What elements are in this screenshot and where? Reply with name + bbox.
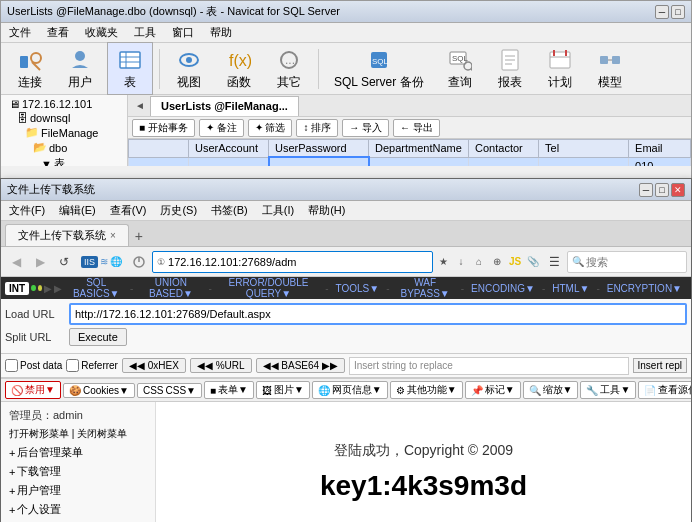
tools-btn2[interactable]: 🔧 工具▼ <box>580 381 636 399</box>
hex-btn[interactable]: ◀◀ 0xHEX <box>122 358 186 373</box>
toolbar-query[interactable]: SQL 查询 <box>437 42 483 95</box>
int-error-query[interactable]: ERROR/DOUBLE QUERY▼ <box>214 276 323 300</box>
sidebar-item-tables[interactable]: ▼ 表 <box>1 155 127 166</box>
referrer-checkbox[interactable] <box>66 359 79 372</box>
refresh-icon[interactable]: ⊕ <box>489 254 505 270</box>
toolbar-connect[interactable]: 连接 <box>7 42 53 95</box>
browser-menu-history[interactable]: 历史(S) <box>156 202 201 219</box>
toolbar-report[interactable]: 报表 <box>487 42 533 95</box>
sidebar-item-server[interactable]: 🖥 172.16.12.101 <box>1 97 127 111</box>
search-input[interactable] <box>586 256 682 268</box>
browser-menu-edit[interactable]: 编辑(E) <box>55 202 100 219</box>
toolbar-func[interactable]: f(x) 函数 <box>216 42 262 95</box>
table-row[interactable]: ▶ 1 admin asdadwn_d2112 admin admin 010-… <box>129 157 691 166</box>
browser-menu-file[interactable]: 文件(F) <box>5 202 49 219</box>
css-btn[interactable]: CSS CSS▼ <box>137 383 202 398</box>
download-icon[interactable]: ↓ <box>453 254 469 270</box>
toolbar-other[interactable]: ... 其它 <box>266 42 312 95</box>
sidebar-personal[interactable]: + 个人设置 <box>1 500 155 519</box>
back-button[interactable]: ◀ <box>5 251 27 273</box>
menu-tools[interactable]: 工具 <box>130 24 160 41</box>
navicat-tab-userlists[interactable]: UserLists @FileManag... <box>150 96 299 116</box>
browser-close-button[interactable]: ✕ <box>671 183 685 197</box>
int-sql-basics[interactable]: SQL BASICS▼ <box>64 276 128 300</box>
col-header-deptname: DepartmentName <box>369 140 469 158</box>
post-data-check[interactable]: Post data <box>5 359 62 372</box>
btn-sort[interactable]: ↕ 排序 <box>296 119 338 137</box>
menu-file[interactable]: 文件 <box>5 24 35 41</box>
toolbar-table[interactable]: 表 <box>107 42 153 95</box>
navicat-tab-label: UserLists @FileManag... <box>161 100 288 112</box>
int-encryption[interactable]: ENCRYPTION▼ <box>602 282 687 295</box>
menu-help[interactable]: 帮助 <box>206 24 236 41</box>
mark-btn[interactable]: 📌 标记▼ <box>465 381 521 399</box>
reload-button[interactable]: ↺ <box>53 251 75 273</box>
menu-window[interactable]: 窗口 <box>168 24 198 41</box>
forward-button[interactable]: ▶ <box>29 251 51 273</box>
attachment-icon[interactable]: 📎 <box>525 254 541 270</box>
other-func-btn[interactable]: ⚙ 其他功能▼ <box>390 381 463 399</box>
bookmark-star-icon[interactable]: ★ <box>435 254 451 270</box>
int-union-based[interactable]: UNION BASED▼ <box>135 276 206 300</box>
sidebar-toggle-tree[interactable]: 打开树形菜单 | 关闭树菜单 <box>1 425 155 443</box>
browser-tab-main[interactable]: 文件上传下载系统 × <box>5 224 129 246</box>
pageinfo-btn[interactable]: 🌐 网页信息▼ <box>312 381 388 399</box>
sidebar-item-downsql[interactable]: 🗄 downsql <box>1 111 127 125</box>
toolbar-view[interactable]: 视图 <box>166 42 212 95</box>
browser-new-tab[interactable]: + <box>129 226 149 246</box>
btn-begin-transaction[interactable]: ■ 开始事务 <box>132 119 195 137</box>
btn-export[interactable]: ← 导出 <box>393 119 440 137</box>
menu-expand-button[interactable]: ☰ <box>543 251 565 273</box>
menu-favorites[interactable]: 收藏夹 <box>81 24 122 41</box>
browser-tab-close[interactable]: × <box>110 230 116 241</box>
sidebar-item-dbo[interactable]: 📂 dbo <box>1 140 127 155</box>
btn-备注[interactable]: ✦ 备注 <box>199 119 244 137</box>
post-data-checkbox[interactable] <box>5 359 18 372</box>
maximize-button[interactable]: □ <box>671 5 685 19</box>
btn-filter[interactable]: ✦ 筛选 <box>248 119 293 137</box>
int-waf-bypass[interactable]: WAF BYPASS▼ <box>392 276 459 300</box>
int-encoding[interactable]: ENCODING▼ <box>466 282 540 295</box>
sidebar-download[interactable]: + 下载管理 <box>1 462 155 481</box>
view-source-btn[interactable]: 📄 查看源代码▼ <box>638 381 691 399</box>
btn-import[interactable]: → 导入 <box>342 119 389 137</box>
toolbar-plan[interactable]: 计划 <box>537 42 583 95</box>
sidebar-admin-menu[interactable]: + 后台管理菜单 <box>1 443 155 462</box>
pct-url-btn[interactable]: ◀◀ %URL <box>190 358 252 373</box>
load-url-label[interactable]: Load URL <box>5 308 65 320</box>
int-html[interactable]: HTML▼ <box>547 282 594 295</box>
int-tools[interactable]: TOOLS▼ <box>331 282 385 295</box>
browser-search-box[interactable]: 🔍 <box>567 251 687 273</box>
browser-menu-tools[interactable]: 工具(I) <box>258 202 298 219</box>
browser-maximize-button[interactable]: □ <box>655 183 669 197</box>
stop-button[interactable] <box>128 251 150 273</box>
address-bar[interactable]: ① 172.16.12.101:27689/adm <box>152 251 433 273</box>
insert-repl-btn[interactable]: Insert repl <box>633 358 687 373</box>
svg-rect-0 <box>20 56 28 68</box>
browser-minimize-button[interactable]: ─ <box>639 183 653 197</box>
execute-button[interactable]: Execute <box>69 328 127 346</box>
split-url-label[interactable]: Split URL <box>5 331 65 343</box>
sidebar-item-filemanage[interactable]: 📁 FileManage <box>1 125 127 140</box>
browser-menu-help[interactable]: 帮助(H) <box>304 202 349 219</box>
url-input[interactable] <box>69 303 687 325</box>
cookies-btn[interactable]: 🍪 Cookies▼ <box>63 383 135 398</box>
home-icon[interactable]: ⌂ <box>471 254 487 270</box>
browser-menu-bookmarks[interactable]: 书签(B) <box>207 202 252 219</box>
navicat-menu-bar: 文件 查看 收藏夹 工具 窗口 帮助 <box>1 23 691 43</box>
images-btn[interactable]: 🖼 图片▼ <box>256 381 310 399</box>
minimize-button[interactable]: ─ <box>655 5 669 19</box>
disable-btn[interactable]: 🚫 禁用▼ <box>5 381 61 399</box>
toolbar-backup[interactable]: SQL SQL Server 备份 <box>325 42 433 95</box>
toolbar-model[interactable]: 模型 <box>587 42 633 95</box>
menu-view[interactable]: 查看 <box>43 24 73 41</box>
forms-btn[interactable]: ■ 表单▼ <box>204 381 254 399</box>
zoom-btn[interactable]: 🔍 缩放▼ <box>523 381 579 399</box>
tab-left-arrow[interactable]: ◄ <box>132 100 148 111</box>
sidebar-user-mgmt[interactable]: + 用户管理 <box>1 481 155 500</box>
referrer-check[interactable]: Referrer <box>66 359 118 372</box>
js-icon[interactable]: JS <box>507 254 523 270</box>
browser-menu-view[interactable]: 查看(V) <box>106 202 151 219</box>
base64-btn[interactable]: ◀◀ BASE64 ▶▶ <box>256 358 345 373</box>
toolbar-user[interactable]: 用户 <box>57 42 103 95</box>
